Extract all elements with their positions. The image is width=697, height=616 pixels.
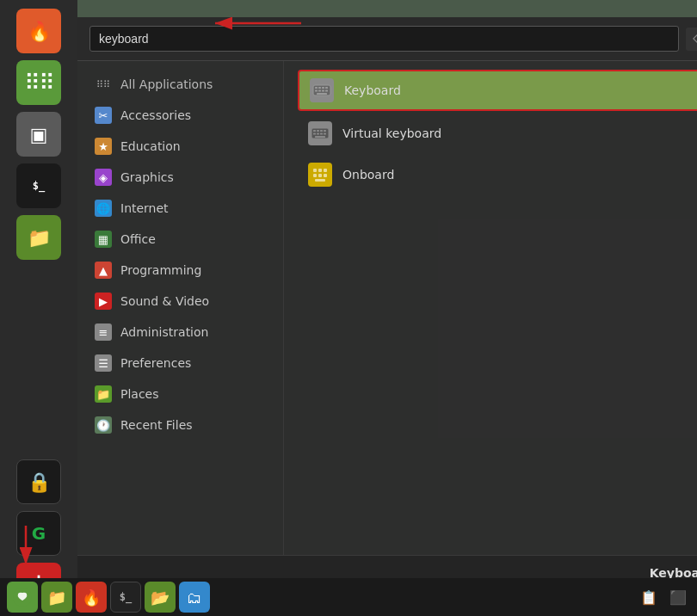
svg-rect-17 <box>313 133 316 135</box>
internet-icon: 🌐 <box>95 200 112 217</box>
category-preferences[interactable]: ☰ Preferences <box>81 348 280 378</box>
education-label: Education <box>120 139 181 153</box>
search-bar: ⌫ <box>77 17 697 61</box>
svg-rect-26 <box>313 174 317 177</box>
programming-label: Programming <box>120 263 201 277</box>
prefs-icon: ☰ <box>95 354 112 372</box>
recent-icon: 🕐 <box>95 416 112 434</box>
keyboard-app-label: Keyboard <box>344 83 401 97</box>
svg-rect-15 <box>320 130 323 132</box>
category-internet[interactable]: 🌐 Internet <box>81 194 280 223</box>
admin-label: Administration <box>120 325 208 339</box>
category-office[interactable]: ▦ Office <box>81 225 280 254</box>
svg-rect-7 <box>315 90 318 92</box>
svg-rect-27 <box>318 174 322 177</box>
taskbar-network-icon[interactable]: ⬛ <box>666 585 690 609</box>
office-label: Office <box>120 232 156 246</box>
all-apps-label: All Applications <box>120 77 213 91</box>
category-sound-video[interactable]: ▶ Sound & Video <box>81 286 280 316</box>
taskbar-mint-menu[interactable] <box>7 582 38 613</box>
dock-icon-terminal[interactable]: $_ <box>16 163 61 208</box>
taskbar-folder-green[interactable]: 📁 <box>41 582 72 613</box>
svg-rect-8 <box>318 90 321 92</box>
svg-rect-13 <box>313 130 316 132</box>
virtual-keyboard-icon <box>308 121 332 145</box>
svg-rect-4 <box>318 87 321 89</box>
category-all-applications[interactable]: ⠿⠿ All Applications <box>81 70 280 99</box>
dock: 🔥 ⠿⠿ ▣ $_ 📁 🔒 G ⏻ <box>0 0 77 616</box>
app-onboard[interactable]: Onboard <box>298 156 697 194</box>
svg-rect-11 <box>317 93 327 95</box>
taskbar-terminal[interactable]: $_ <box>110 582 141 613</box>
category-places[interactable]: 📁 Places <box>81 379 280 409</box>
category-graphics[interactable]: ◈ Graphics <box>81 163 280 192</box>
accessories-icon: ✂ <box>95 107 112 124</box>
sound-icon: ▶ <box>95 293 112 310</box>
onboard-label: Onboard <box>342 168 394 182</box>
admin-icon: ≡ <box>95 323 112 341</box>
svg-rect-28 <box>324 174 327 177</box>
prefs-label: Preferences <box>120 356 191 370</box>
taskbar-clipboard-icon[interactable]: 📋 <box>637 585 661 609</box>
education-icon: ★ <box>95 138 112 155</box>
menu-content: ⠿⠿ All Applications ✂ Accessories ★ Educ… <box>77 61 697 555</box>
graphics-icon: ◈ <box>95 169 112 186</box>
dock-icon-lock[interactable]: 🔒 <box>16 459 61 504</box>
dock-icon-folder[interactable]: 📁 <box>16 215 61 260</box>
sound-label: Sound & Video <box>120 294 209 308</box>
category-programming[interactable]: ▲ Programming <box>81 256 280 285</box>
dock-icon-fire[interactable]: 🔥 <box>16 9 61 53</box>
svg-rect-5 <box>322 87 324 89</box>
office-icon: ▦ <box>95 231 112 248</box>
onboard-icon <box>308 163 332 187</box>
svg-rect-9 <box>322 90 324 92</box>
svg-rect-20 <box>324 133 326 135</box>
categories-panel: ⠿⠿ All Applications ✂ Accessories ★ Educ… <box>77 61 284 555</box>
taskbar-folder2[interactable]: 📂 <box>145 582 176 613</box>
all-apps-icon: ⠿⠿ <box>95 76 112 93</box>
places-icon: 📁 <box>95 385 112 403</box>
internet-label: Internet <box>120 201 169 215</box>
dock-icon-grammarly[interactable]: G <box>16 511 61 556</box>
recent-label: Recent Files <box>120 418 193 432</box>
search-clear-button[interactable]: ⌫ <box>686 28 697 51</box>
dock-icon-grid[interactable]: ⠿⠿ <box>16 60 61 105</box>
category-recent-files[interactable]: 🕐 Recent Files <box>81 410 280 440</box>
virtual-keyboard-label: Virtual keyboard <box>342 126 441 140</box>
category-accessories[interactable]: ✂ Accessories <box>81 101 280 130</box>
search-input[interactable] <box>89 26 679 52</box>
svg-rect-18 <box>317 133 319 135</box>
taskbar-files[interactable]: 🗂 <box>179 582 210 613</box>
taskbar-fire-app[interactable]: 🔥 <box>76 582 107 613</box>
programming-icon: ▲ <box>95 262 112 279</box>
svg-rect-21 <box>315 136 325 138</box>
app-keyboard[interactable]: Keyboard <box>298 70 697 111</box>
graphics-label: Graphics <box>120 170 174 184</box>
svg-rect-14 <box>317 130 319 132</box>
menu-window: ⌫ ⠿⠿ All Applications ✂ Accessories ★ Ed… <box>77 17 697 602</box>
taskbar: 📁 🔥 $_ 📂 🗂 📋 ⬛ <box>0 578 697 616</box>
app-virtual-keyboard[interactable]: Virtual keyboard <box>298 114 697 152</box>
keyboard-app-icon <box>310 78 334 102</box>
category-education[interactable]: ★ Education <box>81 132 280 161</box>
svg-rect-19 <box>320 133 323 135</box>
places-label: Places <box>120 387 159 401</box>
svg-rect-24 <box>318 169 322 172</box>
svg-rect-25 <box>324 169 327 172</box>
svg-rect-16 <box>324 130 326 132</box>
svg-rect-3 <box>315 87 318 89</box>
svg-rect-29 <box>315 179 325 182</box>
applications-panel: Keyboard <box>284 61 697 555</box>
dock-icon-box[interactable]: ▣ <box>16 112 61 157</box>
svg-rect-6 <box>325 87 328 89</box>
taskbar-system-icons: 📋 ⬛ <box>637 585 690 609</box>
svg-rect-10 <box>325 90 328 92</box>
accessories-label: Accessories <box>120 108 191 122</box>
category-administration[interactable]: ≡ Administration <box>81 317 280 347</box>
svg-rect-23 <box>313 169 317 172</box>
